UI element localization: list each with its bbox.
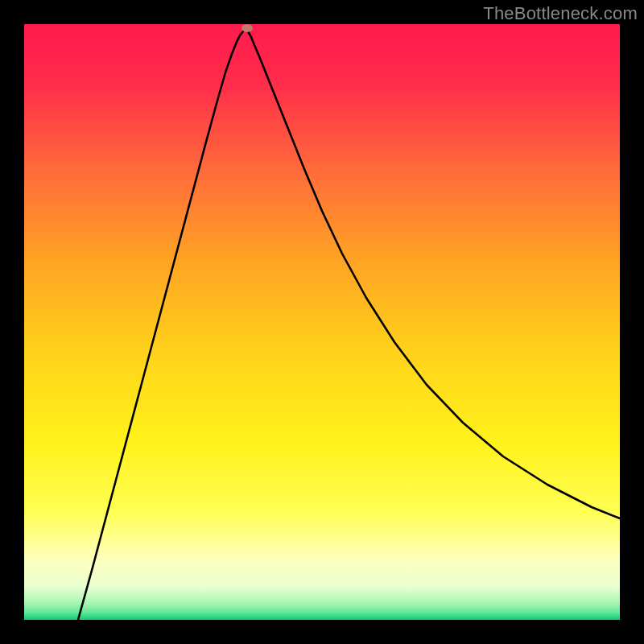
plot-area <box>24 24 620 620</box>
chart-svg <box>24 24 620 620</box>
watermark-text: TheBottleneck.com <box>483 3 638 24</box>
minimum-marker <box>242 24 253 32</box>
chart-frame: TheBottleneck.com <box>0 0 644 644</box>
gradient-background <box>24 24 620 620</box>
